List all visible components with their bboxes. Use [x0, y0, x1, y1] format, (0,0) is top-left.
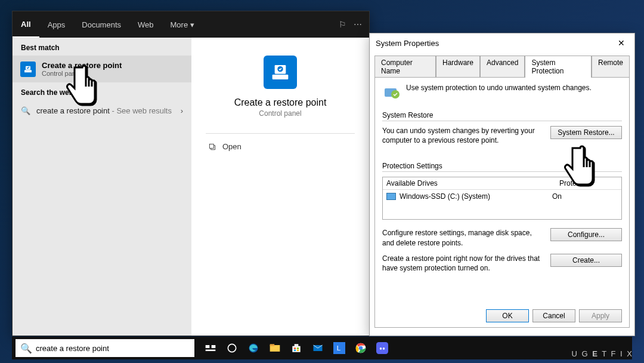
svg-text:L: L: [337, 344, 341, 352]
search-top-tabs: All Apps Documents Web More ▾ ⚐ ⋯: [13, 11, 369, 38]
drive-icon: [386, 193, 396, 200]
system-restore-text: You can undo system changes by reverting…: [382, 126, 546, 145]
search-results-panel: All Apps Documents Web More ▾ ⚐ ⋯ Best m…: [12, 11, 370, 336]
tab-remote[interactable]: Remote: [592, 56, 630, 78]
system-restore-label: System Restore: [382, 111, 622, 119]
edge-icon[interactable]: [244, 339, 262, 357]
tab-more[interactable]: More ▾: [162, 11, 203, 38]
cancel-button[interactable]: Cancel: [532, 309, 575, 322]
svg-rect-16: [295, 344, 299, 346]
search-detail-pane: Create a restore point Control panel Ope…: [191, 38, 369, 336]
tab-all[interactable]: All: [13, 11, 39, 38]
svg-rect-8: [206, 345, 210, 348]
system-properties-dialog: System Properties ✕ Computer Name Hardwa…: [369, 33, 635, 336]
best-match-subtitle: Control panel: [42, 70, 122, 77]
ok-button[interactable]: OK: [486, 309, 529, 322]
search-web-header: Search the web: [13, 82, 191, 100]
cortana-icon[interactable]: [223, 339, 241, 357]
store-icon[interactable]: [287, 339, 305, 357]
tab-advanced[interactable]: Advanced: [480, 56, 525, 78]
feedback-icon[interactable]: ⚐: [339, 20, 346, 29]
detail-subtitle: Control panel: [259, 109, 301, 118]
create-text: Create a restore point right now for the…: [382, 254, 546, 273]
dialog-title: System Properties: [376, 39, 439, 48]
tab-computer-name[interactable]: Computer Name: [374, 56, 436, 78]
taskbar-search-input[interactable]: [36, 344, 190, 353]
watermark: U G E T F I X: [571, 349, 633, 358]
tab-hardware[interactable]: Hardware: [436, 56, 480, 78]
svg-point-27: [380, 347, 382, 350]
taskbar-search[interactable]: 🔍: [16, 339, 194, 357]
more-icon[interactable]: ⋯: [354, 20, 362, 29]
system-restore-button[interactable]: System Restore...: [550, 126, 622, 139]
search-icon: 🔍: [21, 106, 30, 115]
svg-rect-19: [294, 350, 296, 352]
drive-row[interactable]: Windows-SSD (C:) (System) On: [383, 190, 621, 203]
tab-apps[interactable]: Apps: [39, 11, 74, 38]
chevron-right-icon: ›: [181, 106, 183, 115]
best-match-item[interactable]: Create a restore point Control panel: [13, 56, 191, 82]
dialog-tabs: Computer Name Hardware Advanced System P…: [370, 53, 634, 77]
web-result-item[interactable]: 🔍 create a restore point - See web resul…: [13, 100, 191, 121]
svg-rect-20: [297, 350, 299, 352]
protection-settings-label: Protection Settings: [382, 162, 622, 170]
protection-info-text: Use system protection to undo unwanted s…: [406, 84, 592, 103]
detail-title: Create a restore point: [234, 97, 327, 108]
restore-point-icon: [20, 61, 36, 77]
best-match-title: Create a restore point: [42, 61, 122, 70]
explorer-icon[interactable]: [266, 339, 284, 357]
col-drives: Available Drives: [383, 177, 556, 189]
mail-icon[interactable]: [309, 339, 327, 357]
detail-icon: [264, 56, 297, 89]
task-view-icon[interactable]: [202, 339, 219, 357]
dialog-body: Use system protection to undo unwanted s…: [374, 77, 630, 328]
svg-rect-9: [212, 345, 216, 348]
drive-protection: On: [552, 192, 618, 201]
discord-icon[interactable]: [373, 339, 391, 357]
search-icon: 🔍: [20, 343, 32, 354]
web-result-query: create a restore point: [36, 106, 110, 115]
taskbar: 🔍 L: [12, 337, 632, 359]
svg-rect-14: [270, 344, 275, 346]
drives-listbox[interactable]: Available Drives Protection Windows-SSD …: [382, 177, 622, 220]
tab-web[interactable]: Web: [129, 11, 162, 38]
svg-rect-15: [292, 346, 300, 352]
svg-rect-17: [294, 347, 296, 349]
svg-rect-0: [24, 70, 32, 72]
dialog-titlebar: System Properties ✕: [370, 33, 634, 53]
app-l-icon[interactable]: L: [330, 339, 348, 357]
svg-rect-2: [273, 75, 289, 79]
col-protection: Protection: [556, 177, 621, 189]
svg-rect-5: [209, 144, 213, 148]
search-left-column: Best match Create a restore point Contro…: [13, 38, 191, 336]
svg-rect-10: [206, 350, 216, 352]
tab-documents[interactable]: Documents: [73, 11, 129, 38]
svg-point-11: [228, 344, 236, 352]
drive-name: Windows-SSD (C:) (System): [400, 192, 552, 201]
close-icon[interactable]: ✕: [614, 37, 628, 49]
apply-button: Apply: [579, 309, 622, 322]
configure-text: Configure restore settings, manage disk …: [382, 228, 546, 247]
svg-rect-18: [297, 347, 299, 349]
create-button[interactable]: Create...: [550, 254, 622, 267]
configure-button[interactable]: Configure...: [550, 228, 622, 241]
tab-system-protection[interactable]: System Protection: [525, 56, 592, 78]
best-match-header: Best match: [13, 38, 191, 56]
web-result-suffix: - See web results: [112, 106, 171, 115]
open-label: Open: [222, 142, 242, 151]
svg-rect-26: [376, 342, 388, 354]
open-action[interactable]: Open: [206, 137, 355, 156]
protection-shield-icon: [382, 84, 401, 103]
svg-point-28: [383, 347, 385, 350]
chrome-icon[interactable]: [352, 339, 370, 357]
